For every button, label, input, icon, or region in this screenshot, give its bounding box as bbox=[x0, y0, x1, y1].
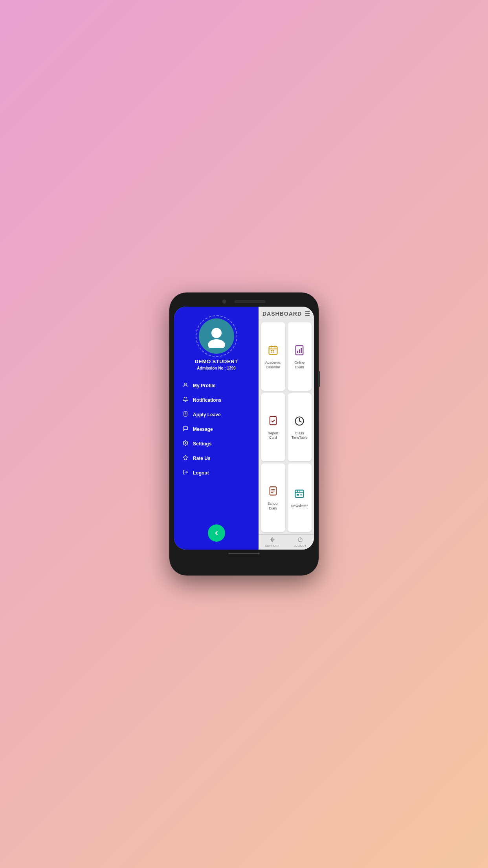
card-academic-calendar[interactable]: AcademicCalendar bbox=[261, 322, 285, 391]
avatar-dotted-ring bbox=[196, 315, 237, 357]
menu-item-settings[interactable]: Settings bbox=[182, 436, 251, 451]
card-school-diary[interactable]: SchoolDiary bbox=[261, 463, 285, 532]
apply-leave-label: Apply Leave bbox=[193, 412, 221, 417]
svg-rect-22 bbox=[270, 416, 276, 425]
menu-item-rate-us[interactable]: Rate Us bbox=[182, 451, 251, 465]
menu-item-notifications[interactable]: Notifications bbox=[182, 393, 251, 407]
school-diary-icon bbox=[268, 486, 279, 499]
svg-rect-19 bbox=[297, 351, 298, 353]
drawer-panel: DEMO STUDENT Admission No : 1399 My Prof… bbox=[174, 307, 259, 550]
phone-frame: DEMO STUDENT Admission No : 1399 My Prof… bbox=[169, 292, 319, 576]
svg-rect-21 bbox=[301, 348, 302, 353]
svg-rect-14 bbox=[271, 350, 272, 351]
svg-rect-33 bbox=[297, 494, 299, 496]
rate-us-label: Rate Us bbox=[193, 456, 211, 461]
menu-item-my-profile[interactable]: My Profile bbox=[182, 378, 251, 393]
card-online-exam[interactable]: Online Exam bbox=[288, 322, 312, 391]
newsletter-label: Newsletter bbox=[291, 504, 308, 509]
report-card-label: Report Card bbox=[264, 431, 282, 440]
bottom-nav: SUPPORT LOGOUT bbox=[259, 534, 314, 550]
svg-rect-20 bbox=[299, 349, 300, 353]
svg-point-7 bbox=[185, 442, 186, 444]
svg-rect-15 bbox=[273, 350, 274, 351]
phone-speaker bbox=[234, 300, 266, 303]
dashboard-title: DASHBOARD bbox=[262, 311, 302, 317]
phone-bottom-bar bbox=[174, 550, 314, 556]
dashboard-panel: DASHBOARD ☰ bbox=[259, 307, 314, 550]
svg-point-2 bbox=[185, 383, 187, 385]
bottom-logout-icon bbox=[297, 537, 303, 544]
my-profile-icon bbox=[182, 382, 189, 389]
bottom-nav-support[interactable]: SUPPORT bbox=[259, 535, 286, 550]
logout-icon bbox=[182, 469, 189, 476]
message-icon bbox=[182, 426, 189, 432]
bottom-logout-label: LOGOUT bbox=[294, 544, 306, 547]
card-newsletter[interactable]: Newsletter bbox=[288, 463, 312, 532]
svg-line-25 bbox=[299, 421, 301, 422]
user-name: DEMO STUDENT bbox=[195, 359, 238, 364]
school-diary-label: SchoolDiary bbox=[268, 502, 279, 511]
my-profile-label: My Profile bbox=[193, 383, 215, 388]
card-report-card[interactable]: Report Card bbox=[261, 393, 285, 462]
message-label: Message bbox=[193, 427, 213, 432]
menu-list: My Profile Notifications bbox=[174, 378, 259, 480]
side-button bbox=[318, 371, 320, 387]
menu-item-logout[interactable]: Logout bbox=[182, 465, 251, 480]
academic-calendar-label: AcademicCalendar bbox=[265, 360, 281, 370]
avatar-container bbox=[199, 318, 234, 354]
hamburger-icon[interactable]: ☰ bbox=[305, 310, 310, 317]
user-admission: Admission No : 1399 bbox=[197, 366, 235, 370]
notifications-icon bbox=[182, 397, 189, 403]
academic-calendar-icon bbox=[268, 345, 279, 358]
phone-camera bbox=[222, 300, 226, 303]
notifications-label: Notifications bbox=[193, 397, 222, 403]
logout-label: Logout bbox=[193, 470, 209, 476]
settings-label: Settings bbox=[193, 441, 211, 447]
card-class-timetable[interactable]: ClassTimeTable bbox=[288, 393, 312, 462]
back-button[interactable] bbox=[208, 524, 225, 542]
dashboard-grid: AcademicCalendar Online Exam bbox=[259, 320, 314, 534]
svg-rect-16 bbox=[271, 352, 272, 353]
phone-screen: DEMO STUDENT Admission No : 1399 My Prof… bbox=[174, 307, 314, 550]
settings-icon bbox=[182, 440, 189, 447]
phone-home-bar[interactable] bbox=[228, 553, 260, 554]
apply-leave-icon bbox=[182, 411, 189, 418]
dashboard-header: DASHBOARD ☰ bbox=[259, 307, 314, 320]
newsletter-icon bbox=[294, 488, 305, 502]
online-exam-icon bbox=[294, 345, 305, 358]
class-timetable-label: ClassTimeTable bbox=[292, 431, 308, 440]
support-label: SUPPORT bbox=[265, 544, 280, 547]
svg-rect-29 bbox=[295, 490, 304, 498]
phone-top-bar bbox=[174, 297, 314, 307]
support-icon bbox=[270, 537, 275, 544]
menu-item-message[interactable]: Message bbox=[182, 422, 251, 436]
online-exam-label: Online Exam bbox=[291, 360, 309, 370]
menu-item-apply-leave[interactable]: Apply Leave bbox=[182, 407, 251, 422]
svg-rect-17 bbox=[273, 352, 274, 353]
report-card-icon bbox=[268, 416, 279, 429]
bottom-nav-logout[interactable]: LOGOUT bbox=[286, 535, 314, 550]
rate-us-icon bbox=[182, 455, 189, 462]
svg-marker-8 bbox=[183, 455, 188, 460]
class-timetable-icon bbox=[294, 416, 305, 429]
